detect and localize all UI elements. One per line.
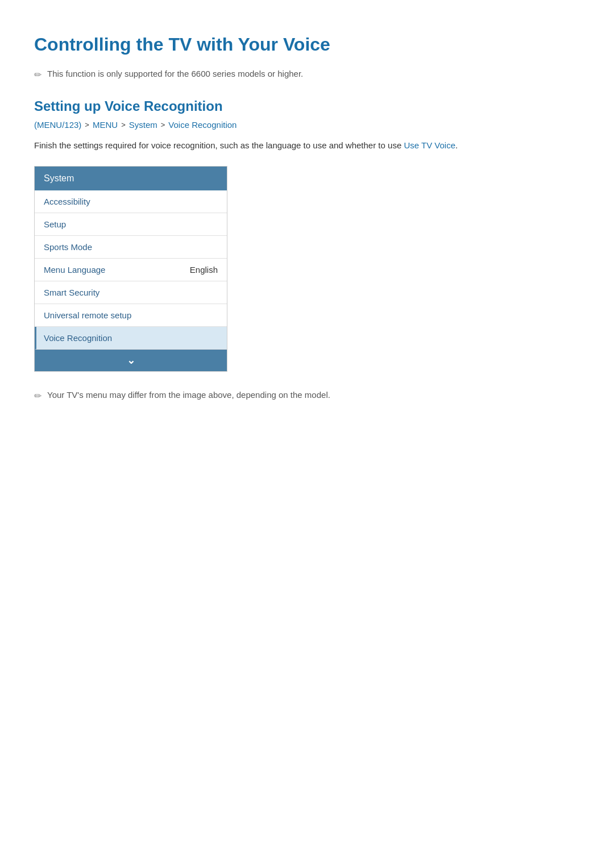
menu-item-universal-remote-label: Universal remote setup <box>44 310 131 320</box>
menu-item-voice-recognition[interactable]: Voice Recognition <box>35 327 227 350</box>
menu-item-menu-language-label: Menu Language <box>44 265 105 275</box>
menu-item-voice-recognition-label: Voice Recognition <box>44 333 112 343</box>
use-tv-voice-link[interactable]: Use TV Voice <box>404 140 455 150</box>
breadcrumb-sep-3: > <box>161 121 165 129</box>
pencil-icon-1: ✏ <box>34 69 42 80</box>
note-block-2: ✏ Your TV's menu may differ from the ima… <box>34 390 580 401</box>
menu-header: System <box>35 167 227 190</box>
menu-item-menu-language-value: English <box>190 265 218 275</box>
menu-item-menu-language[interactable]: Menu Language English <box>35 259 227 281</box>
breadcrumb-system: System <box>129 120 157 130</box>
breadcrumb-menu: MENU <box>93 120 118 130</box>
breadcrumb-sep-2: > <box>121 121 126 129</box>
description-text-part1: Finish the settings required for voice r… <box>34 140 404 150</box>
menu-item-smart-security[interactable]: Smart Security <box>35 281 227 304</box>
pencil-icon-2: ✏ <box>34 391 42 401</box>
breadcrumb-menu123: (MENU/123) <box>34 120 81 130</box>
breadcrumb: (MENU/123) > MENU > System > Voice Recog… <box>34 120 580 130</box>
menu-item-accessibility-label: Accessibility <box>44 197 90 206</box>
breadcrumb-voice-recognition: Voice Recognition <box>168 120 237 130</box>
description-text: Finish the settings required for voice r… <box>34 139 478 152</box>
menu-item-sports-mode-label: Sports Mode <box>44 242 92 252</box>
menu-item-sports-mode[interactable]: Sports Mode <box>35 236 227 259</box>
chevron-down-icon: ⌄ <box>127 354 135 367</box>
breadcrumb-sep-1: > <box>85 121 89 129</box>
page-title: Controlling the TV with Your Voice <box>34 23 580 55</box>
note-text-1: This function is only supported for the … <box>47 69 303 78</box>
note-text-2: Your TV's menu may differ from the image… <box>47 390 330 400</box>
menu-item-setup[interactable]: Setup <box>35 213 227 236</box>
note-block-1: ✏ This function is only supported for th… <box>34 69 580 80</box>
menu-footer: ⌄ <box>35 350 227 371</box>
system-menu: System Accessibility Setup Sports Mode M… <box>34 166 227 372</box>
menu-item-smart-security-label: Smart Security <box>44 288 99 297</box>
menu-item-setup-label: Setup <box>44 219 66 229</box>
section-title: Setting up Voice Recognition <box>34 98 580 114</box>
description-text-part2: . <box>455 140 458 150</box>
menu-item-accessibility[interactable]: Accessibility <box>35 190 227 213</box>
menu-item-universal-remote[interactable]: Universal remote setup <box>35 304 227 327</box>
